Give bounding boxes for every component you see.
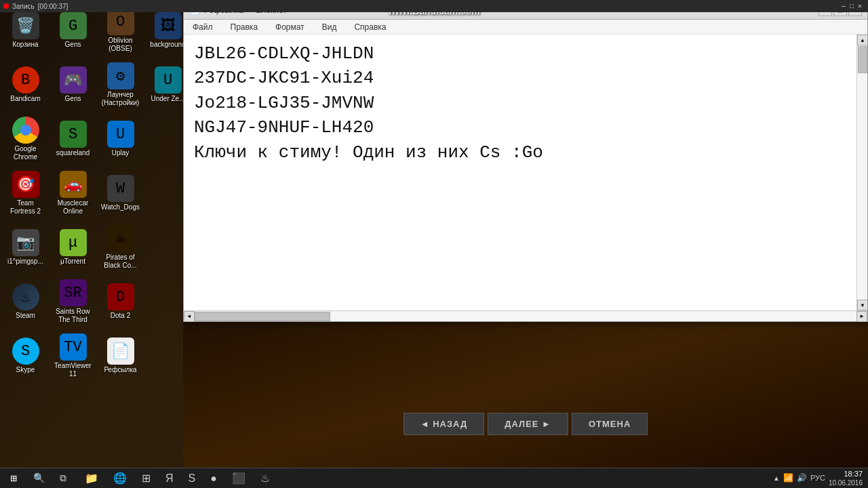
recording-label: Запись: [12, 3, 35, 10]
explorer-icon: 📁: [85, 472, 98, 485]
h-scroll-thumb[interactable]: [195, 312, 330, 321]
desktop-icon-utorrent[interactable]: μ μTorrent: [51, 220, 95, 274]
taskbar-chrome[interactable]: ●: [203, 470, 224, 487]
desktop-icon-refsylka[interactable]: 📄 Рефсылка: [98, 329, 142, 383]
taskbar-skype[interactable]: S: [182, 470, 203, 487]
search-button[interactable]: 🔍: [27, 468, 51, 489]
recording-bar: Запись [00:00:37] — □ ✕: [0, 0, 868, 12]
next-button[interactable]: ДАЛЕЕ ►: [488, 413, 568, 435]
taskbar-clock: 18:37 10.06.2016: [829, 469, 863, 487]
back-button[interactable]: ◄ НАЗАД: [403, 413, 485, 435]
desktop-icon-pimgsp[interactable]: 📷 i1^pimgsp...: [3, 220, 47, 274]
code-line-3: Jo218-LGJ35-JMVNW: [194, 91, 846, 115]
pimgsp-label: i1^pimgsp...: [7, 258, 43, 266]
watchdogs-label: Watch_Dogs: [101, 203, 140, 211]
scroll-right-arrow[interactable]: ►: [856, 311, 867, 322]
desktop-icon-watchdogs[interactable]: W Watch_Dogs: [98, 166, 142, 220]
scroll-down-arrow[interactable]: ▼: [857, 300, 867, 310]
time-display: 18:37: [829, 469, 863, 479]
tray-arrow[interactable]: ▲: [773, 474, 780, 482]
desktop-icon-musclecar[interactable]: 🚗 Musclecar Online: [51, 166, 95, 220]
steam-icon: ♨: [12, 283, 39, 310]
underzero-icon: U: [155, 66, 182, 94]
recycle-label: Корзина: [12, 41, 38, 49]
taskbar-cmd[interactable]: ⬛: [225, 470, 252, 487]
background-label: background: [150, 41, 185, 49]
code-line-4: NGJ47-9NHUF-LH420: [194, 115, 846, 140]
teamviewer-label: TeamViewer 11: [52, 362, 94, 378]
launcher-label: Лаунчер (Настройки): [100, 91, 141, 107]
start-button[interactable]: ⊞: [0, 468, 27, 489]
desktop-icon-goty[interactable]: 🎮 Gens: [51, 58, 95, 112]
taskbar-steam-item[interactable]: ♨: [254, 470, 277, 487]
launcher-icon: ⚙: [107, 62, 134, 89]
recycle-icon: 🗑️: [12, 12, 39, 39]
saintsrow-icon: SR: [60, 279, 87, 306]
taskbar-explorer[interactable]: 📁: [78, 470, 105, 487]
desktop-icon-uplay[interactable]: U Uplay: [98, 112, 142, 166]
goty-icon: 🎮: [60, 66, 87, 94]
gens-icon: G: [60, 12, 87, 39]
desktop-icon-steam[interactable]: ♨ Steam: [3, 274, 47, 329]
task-view-icon: ⧉: [60, 473, 66, 484]
horizontal-scrollbar[interactable]: ◄ ►: [184, 310, 867, 321]
desktop-icon-tf2[interactable]: 🎯 Team Fortress 2: [3, 166, 47, 220]
taskbar-items: 📁 🌐 ⊞ Я S ● ⬛ ♨: [75, 470, 768, 487]
desktop-icon-pirates[interactable]: ☠ Pirates of Black Co...: [98, 220, 142, 274]
notepad-content-area: JBL26-CDLXQ-JHLDN 237DC-JKC91-Xui24 Jo21…: [184, 35, 867, 310]
menu-view[interactable]: Вид: [317, 21, 342, 33]
gens-label: Gens: [65, 41, 81, 49]
squareland-label: squareland: [56, 149, 90, 157]
skype-icon: S: [12, 338, 39, 365]
taskbar-ie[interactable]: 🌐: [106, 470, 134, 487]
menu-edit[interactable]: Правка: [225, 21, 264, 33]
uplay-icon: U: [107, 121, 134, 148]
windows-icon: ⊞: [10, 472, 17, 485]
desktop-icon-launcher[interactable]: ⚙ Лаунчер (Настройки): [98, 58, 142, 112]
game-bg-overlay: [183, 298, 868, 468]
desktop-icon-saintsrow[interactable]: SR Saints Row The Third: [51, 274, 95, 329]
skype-taskbar-icon: S: [189, 472, 196, 485]
desktop-icon-dota2[interactable]: D Dota 2: [98, 274, 142, 329]
chrome-icon: [12, 117, 39, 144]
oblivion-label: Oblivion (OBSE): [100, 37, 141, 53]
recording-dot: [3, 3, 9, 9]
skype-label: Skype: [16, 366, 35, 374]
underzero-label: Under Ze...: [151, 95, 184, 103]
steam-taskbar-icon: ♨: [260, 472, 270, 485]
pirates-icon: ☠: [107, 225, 134, 252]
desktop-icon-bandicam[interactable]: B Bandicam: [3, 58, 47, 112]
desktop-icon-teamviewer[interactable]: TV TeamViewer 11: [51, 329, 95, 383]
dota2-label: Dota 2: [111, 312, 130, 320]
vertical-scrollbar[interactable]: ▲ ▼: [856, 35, 867, 310]
scroll-left-arrow[interactable]: ◄: [184, 311, 195, 322]
desktop-icons-area: 🗑️ Корзина G Gens O Oblivion (OBSE) 🖼 ba…: [0, 0, 183, 461]
scroll-up-arrow[interactable]: ▲: [857, 35, 867, 45]
tf2-label: Team Fortress 2: [5, 199, 46, 216]
scroll-track: [857, 45, 867, 300]
menu-help[interactable]: Справка: [349, 21, 391, 33]
h-scroll-track: [195, 312, 856, 321]
background-icon: 🖼: [155, 12, 182, 39]
scroll-thumb[interactable]: [858, 46, 867, 73]
task-view-button[interactable]: ⧉: [51, 468, 75, 489]
bandicam-label: Bandicam: [10, 95, 40, 103]
cancel-button[interactable]: ОТМЕНА: [572, 413, 648, 435]
menu-file[interactable]: Файл: [187, 21, 218, 33]
desktop-icon-skype[interactable]: S Skype: [3, 329, 47, 383]
notepad-text[interactable]: JBL26-CDLXQ-JHLDN 237DC-JKC91-Xui24 Jo21…: [184, 35, 856, 310]
taskbar: ⊞ 🔍 ⧉ 📁 🌐 ⊞ Я S ●: [0, 468, 868, 488]
chrome-taskbar-icon: ●: [210, 472, 217, 485]
desktop-icon-squareland[interactable]: S squareland: [51, 112, 95, 166]
taskbar-yandex[interactable]: Я: [159, 470, 180, 487]
pirates-label: Pirates of Black Co...: [100, 253, 141, 270]
date-display: 10.06.2016: [829, 479, 863, 487]
squareland-icon: S: [60, 121, 87, 148]
taskbar-store[interactable]: ⊞: [135, 470, 157, 487]
pimgsp-icon: 📷: [12, 229, 39, 256]
yandex-icon: Я: [165, 472, 174, 485]
game-background: [183, 298, 868, 468]
desktop-icon-chrome[interactable]: Google Chrome: [3, 112, 47, 166]
menu-format[interactable]: Формат: [270, 21, 310, 33]
recording-timer: [00:00:37]: [38, 3, 68, 10]
